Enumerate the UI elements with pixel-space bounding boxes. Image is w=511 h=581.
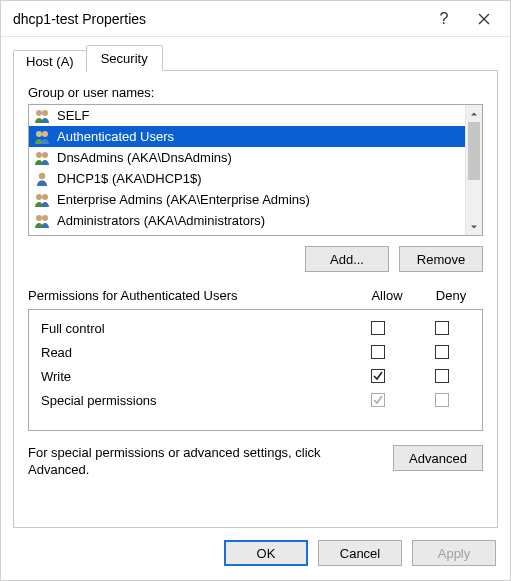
list-item[interactable]: Administrators (AKA\Administrators) <box>29 210 482 231</box>
permission-name: Read <box>37 345 346 360</box>
group-buttons-row: Add... Remove <box>28 236 483 286</box>
permissions-for-label: Permissions for Authenticated Users <box>28 288 355 303</box>
svg-point-8 <box>39 172 45 178</box>
deny-write-checkbox[interactable] <box>435 369 449 383</box>
chevron-down-icon <box>470 223 478 231</box>
check-icon <box>372 394 384 406</box>
deny-column-header: Deny <box>419 288 483 303</box>
svg-point-2 <box>36 110 42 116</box>
list-item[interactable]: SELF <box>29 105 482 126</box>
list-item-label: SELF <box>57 108 90 123</box>
cancel-button[interactable]: Cancel <box>318 540 402 566</box>
tab-host-a[interactable]: Host (A) <box>13 50 87 72</box>
list-item-label: Authenticated Users <box>57 129 174 144</box>
allow-read-checkbox[interactable] <box>371 345 385 359</box>
chevron-up-icon <box>470 110 478 118</box>
advanced-help-text: For special permissions or advanced sett… <box>28 445 381 479</box>
list-item-label: DnsAdmins (AKA\DnsAdmins) <box>57 150 232 165</box>
close-icon <box>478 13 490 25</box>
titlebar: dhcp1-test Properties ? <box>1 1 510 37</box>
list-item-label: Enterprise Admins (AKA\Enterprise Admins… <box>57 192 310 207</box>
svg-point-5 <box>42 131 48 137</box>
user-icon <box>33 171 51 187</box>
check-icon <box>372 370 384 382</box>
ok-button[interactable]: OK <box>224 540 308 566</box>
users-icon <box>33 150 51 166</box>
list-item-label: Administrators (AKA\Administrators) <box>57 213 265 228</box>
remove-button[interactable]: Remove <box>399 246 483 272</box>
list-item-label: DHCP1$ (AKA\DHCP1$) <box>57 171 202 186</box>
svg-point-6 <box>36 152 42 158</box>
add-button[interactable]: Add... <box>305 246 389 272</box>
svg-point-9 <box>36 194 42 200</box>
list-item[interactable]: Authenticated Users <box>29 126 482 147</box>
list-item[interactable]: DnsAdmins (AKA\DnsAdmins) <box>29 147 482 168</box>
svg-point-4 <box>36 131 42 137</box>
users-icon <box>33 213 51 229</box>
permission-row: Write <box>37 364 474 388</box>
scrollbar[interactable] <box>465 105 482 235</box>
users-icon <box>33 192 51 208</box>
permission-row: Read <box>37 340 474 364</box>
users-icon <box>33 129 51 145</box>
permission-name: Full control <box>37 321 346 336</box>
group-names-list[interactable]: SELF Authenticated Users DnsAdmins (AKA\… <box>28 104 483 236</box>
scroll-thumb[interactable] <box>468 122 480 180</box>
tabstrip: Host (A) Security <box>13 45 498 71</box>
deny-full-control-checkbox[interactable] <box>435 321 449 335</box>
close-button[interactable] <box>464 4 504 34</box>
properties-dialog: dhcp1-test Properties ? Host (A) Securit… <box>0 0 511 581</box>
window-title: dhcp1-test Properties <box>13 11 424 27</box>
advanced-row: For special permissions or advanced sett… <box>28 431 483 485</box>
permission-name: Write <box>37 369 346 384</box>
permissions-list: Full control Read Write Special permissi… <box>28 309 483 431</box>
help-button[interactable]: ? <box>424 4 464 34</box>
allow-special-permissions-checkbox <box>371 393 385 407</box>
svg-point-7 <box>42 152 48 158</box>
svg-point-10 <box>42 194 48 200</box>
scroll-down-button[interactable] <box>466 218 482 235</box>
user-icon <box>33 108 51 124</box>
advanced-button[interactable]: Advanced <box>393 445 483 471</box>
dialog-footer: OK Cancel Apply <box>1 528 510 580</box>
svg-point-11 <box>36 215 42 221</box>
allow-full-control-checkbox[interactable] <box>371 321 385 335</box>
allow-write-checkbox[interactable] <box>371 369 385 383</box>
tab-security-page: Group or user names: SELF Authenticated … <box>13 70 498 528</box>
group-names-label: Group or user names: <box>28 85 483 100</box>
permissions-header: Permissions for Authenticated Users Allo… <box>28 286 483 309</box>
permission-name: Special permissions <box>37 393 346 408</box>
list-item[interactable]: DHCP1$ (AKA\DHCP1$) <box>29 168 482 189</box>
allow-column-header: Allow <box>355 288 419 303</box>
permission-row: Full control <box>37 316 474 340</box>
svg-point-3 <box>42 110 48 116</box>
list-item[interactable]: Enterprise Admins (AKA\Enterprise Admins… <box>29 189 482 210</box>
scroll-up-button[interactable] <box>466 105 482 122</box>
client-area: Host (A) Security Group or user names: S… <box>1 37 510 528</box>
permission-row: Special permissions <box>37 388 474 412</box>
svg-point-12 <box>42 215 48 221</box>
deny-read-checkbox[interactable] <box>435 345 449 359</box>
deny-special-permissions-checkbox <box>435 393 449 407</box>
apply-button: Apply <box>412 540 496 566</box>
tab-security[interactable]: Security <box>86 45 163 71</box>
